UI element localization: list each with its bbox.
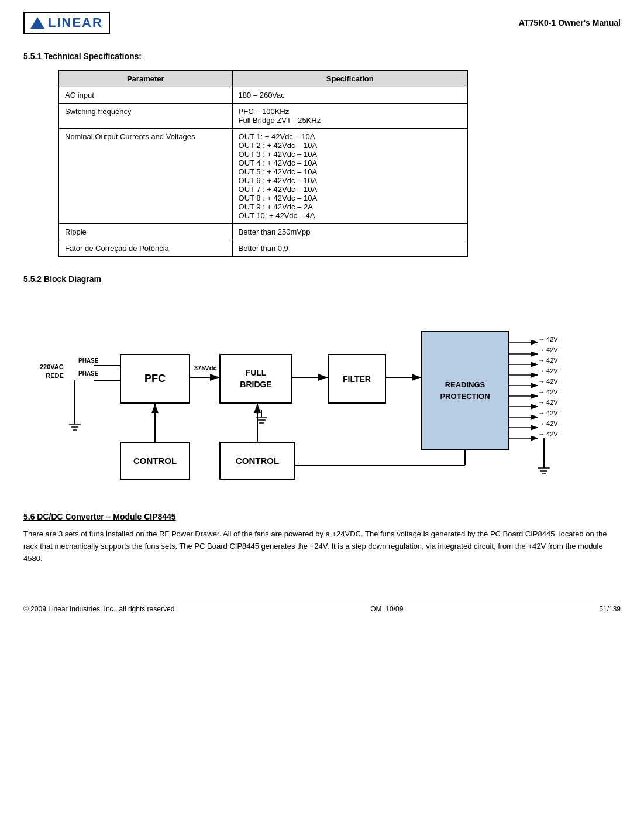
footer-right: 51/139: [599, 605, 621, 613]
output-labels: → 42V → 42V → 42V → 42V → 42V → 42V → 42…: [538, 334, 558, 439]
section-56-text: There are 3 sets of funs installed on th…: [23, 528, 621, 565]
table-row: AC input180 – 260Vac: [59, 87, 468, 104]
footer-center: OM_10/09: [370, 605, 403, 613]
logo: LINEAR: [23, 12, 110, 34]
phase1-label: PHASE: [78, 357, 98, 365]
col-specification: Specification: [232, 71, 467, 87]
spec-cell: PFC – 100KHzFull Bridge ZVT - 25KHz: [232, 104, 467, 129]
pfc-block: PFC: [120, 354, 190, 404]
spec-cell: 180 – 260Vac: [232, 87, 467, 104]
section-551: 5.5.1 Technical Specifications: Paramete…: [23, 51, 621, 257]
table-row: Fator de Correção de PotênciaBetter than…: [59, 240, 468, 257]
page-footer: © 2009 Linear Industries, Inc., all righ…: [23, 600, 621, 613]
section-552: 5.5.2 Block Diagram: [23, 274, 621, 494]
block-diagram: PHASE PHASE 220VACREDE PFC 375Vdc FULLBR…: [35, 295, 608, 494]
input-label: PHASE PHASE 220VACREDE: [40, 363, 64, 381]
input-voltage: 220VACREDE: [40, 363, 64, 381]
full-bridge-block: FULLBRIDGE: [219, 354, 292, 404]
section-56: 5.6 DC/DC Converter – Module CIP8445 The…: [23, 512, 621, 565]
col-parameter: Parameter: [59, 71, 233, 87]
logo-text: LINEAR: [48, 15, 103, 30]
logo-triangle-icon: [30, 17, 44, 29]
table-row: Swtching frequencyPFC – 100KHzFull Bridg…: [59, 104, 468, 129]
spec-cell: Better than 250mVpp: [232, 224, 467, 240]
phase2-label: PHASE: [78, 370, 98, 378]
param-cell: Swtching frequency: [59, 104, 233, 129]
page-header: LINEAR AT75K0-1 Owner's Manual: [23, 12, 621, 34]
filter-block: FILTER: [328, 354, 386, 404]
control1-block: CONTROL: [120, 442, 190, 480]
param-cell: AC input: [59, 87, 233, 104]
param-cell: Ripple: [59, 224, 233, 240]
section-552-title: 5.5.2 Block Diagram: [23, 274, 621, 284]
logo-box: LINEAR: [23, 12, 110, 34]
voltage-label: 375Vdc: [194, 364, 217, 371]
section-56-title: 5.6 DC/DC Converter – Module CIP8445: [23, 512, 621, 521]
spec-table: Parameter Specification AC input180 – 26…: [58, 70, 468, 257]
spec-cell: OUT 1: + 42Vdc – 10AOUT 2 : + 42Vdc – 10…: [232, 129, 467, 224]
table-row: RippleBetter than 250mVpp: [59, 224, 468, 240]
footer-left: © 2009 Linear Industries, Inc., all righ…: [23, 605, 174, 613]
param-cell: Nominal Output Currents and Voltages: [59, 129, 233, 224]
ground-symbol-1: [253, 410, 270, 429]
spec-cell: Better than 0,9: [232, 240, 467, 257]
page-title: AT75K0-1 Owner's Manual: [519, 18, 621, 27]
control2-block: CONTROL: [219, 442, 295, 480]
readings-protection-block: READINGSPROTECTION: [421, 331, 509, 450]
table-row: Nominal Output Currents and VoltagesOUT …: [59, 129, 468, 224]
section-551-title: 5.5.1 Technical Specifications:: [23, 51, 621, 61]
param-cell: Fator de Correção de Potência: [59, 240, 233, 257]
